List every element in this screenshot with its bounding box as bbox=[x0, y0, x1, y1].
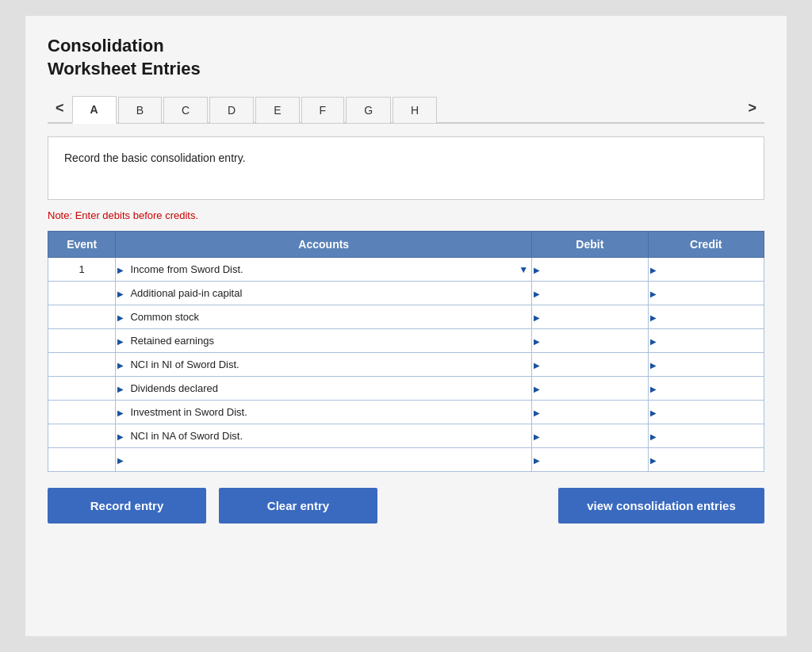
event-cell-1 bbox=[48, 282, 116, 305]
credit-input-4[interactable] bbox=[655, 359, 757, 370]
debit-cell-1[interactable]: ▶ bbox=[532, 282, 648, 305]
event-cell-3 bbox=[48, 329, 116, 353]
accounts-cell-8[interactable]: ▶ bbox=[116, 448, 532, 472]
credit-cell-6[interactable]: ▶ bbox=[648, 401, 764, 424]
tab-prev-button[interactable]: < bbox=[48, 95, 72, 121]
debit-input-0[interactable] bbox=[538, 263, 641, 275]
accounts-cell-7[interactable]: ▶ bbox=[116, 424, 532, 448]
event-cell-6 bbox=[48, 401, 116, 424]
tab-F[interactable]: F bbox=[301, 97, 345, 123]
table-row: ▶▶▶ bbox=[48, 424, 764, 448]
account-input-4[interactable] bbox=[122, 359, 525, 370]
table-row: ▶▶▶ bbox=[48, 448, 764, 472]
account-input-0[interactable] bbox=[122, 263, 525, 275]
credit-cell-7[interactable]: ▶ bbox=[648, 424, 764, 448]
accounts-cell-0[interactable]: ▶▼ bbox=[116, 258, 532, 282]
credit-input-6[interactable] bbox=[655, 406, 757, 418]
credit-cell-5[interactable]: ▶ bbox=[648, 377, 764, 401]
account-input-2[interactable] bbox=[122, 311, 525, 323]
credit-input-2[interactable] bbox=[655, 311, 757, 323]
event-cell-7 bbox=[48, 424, 116, 448]
col-header-accounts: Accounts bbox=[116, 232, 532, 258]
debit-input-2[interactable] bbox=[538, 311, 641, 323]
credit-input-7[interactable] bbox=[655, 430, 757, 442]
col-header-credit: Credit bbox=[648, 232, 764, 258]
table-row: ▶▶▶ bbox=[48, 401, 764, 424]
credit-input-3[interactable] bbox=[655, 335, 757, 347]
note-text: Note: Enter debits before credits. bbox=[48, 209, 764, 221]
tab-B[interactable]: B bbox=[118, 97, 162, 123]
credit-input-8[interactable] bbox=[655, 454, 757, 466]
debit-cell-3[interactable]: ▶ bbox=[532, 329, 648, 353]
credit-cell-8[interactable]: ▶ bbox=[648, 448, 764, 472]
page-title: Consolidation Worksheet Entries bbox=[48, 35, 764, 80]
entry-table: Event Accounts Debit Credit 1▶▼▶▶▶▶▶▶▶▶▶… bbox=[48, 231, 764, 472]
credit-cell-1[interactable]: ▶ bbox=[648, 282, 764, 305]
account-input-5[interactable] bbox=[122, 382, 525, 394]
accounts-cell-5[interactable]: ▶ bbox=[116, 377, 532, 401]
tab-H[interactable]: H bbox=[393, 97, 437, 123]
credit-cell-3[interactable]: ▶ bbox=[648, 329, 764, 353]
table-row: ▶▶▶ bbox=[48, 377, 764, 401]
accounts-cell-3[interactable]: ▶ bbox=[116, 329, 532, 353]
tab-D[interactable]: D bbox=[209, 97, 254, 123]
debit-cell-5[interactable]: ▶ bbox=[532, 377, 648, 401]
credit-input-5[interactable] bbox=[655, 382, 757, 394]
tabs-bar: < A B C D E F G H > bbox=[48, 94, 764, 124]
accounts-cell-6[interactable]: ▶ bbox=[116, 401, 532, 424]
instruction-box: Record the basic consolidation entry. bbox=[48, 136, 764, 200]
debit-input-3[interactable] bbox=[538, 335, 641, 347]
credit-input-1[interactable] bbox=[655, 287, 757, 299]
debit-input-6[interactable] bbox=[538, 406, 641, 418]
debit-input-7[interactable] bbox=[538, 430, 641, 442]
tab-A[interactable]: A bbox=[72, 96, 117, 124]
accounts-cell-2[interactable]: ▶ bbox=[116, 305, 532, 329]
debit-cell-0[interactable]: ▶ bbox=[532, 258, 648, 282]
credit-cell-4[interactable]: ▶ bbox=[648, 353, 764, 377]
credit-cell-2[interactable]: ▶ bbox=[648, 305, 764, 329]
account-input-6[interactable] bbox=[122, 406, 525, 418]
tab-next-button[interactable]: > bbox=[740, 95, 764, 121]
record-entry-button[interactable]: Record entry bbox=[48, 488, 206, 524]
table-row: ▶▶▶ bbox=[48, 353, 764, 377]
event-cell-2 bbox=[48, 305, 116, 329]
buttons-row: Record entry Clear entry view consolidat… bbox=[48, 488, 764, 524]
account-input-7[interactable] bbox=[122, 430, 525, 442]
debit-cell-8[interactable]: ▶ bbox=[532, 448, 648, 472]
debit-input-4[interactable] bbox=[538, 359, 641, 370]
tab-E[interactable]: E bbox=[255, 97, 299, 123]
col-header-event: Event bbox=[48, 232, 116, 258]
table-row: ▶▶▶ bbox=[48, 329, 764, 353]
account-input-1[interactable] bbox=[122, 287, 525, 299]
debit-cell-7[interactable]: ▶ bbox=[532, 424, 648, 448]
event-cell-0: 1 bbox=[48, 258, 116, 282]
credit-cell-0[interactable]: ▶ bbox=[648, 258, 764, 282]
accounts-cell-4[interactable]: ▶ bbox=[116, 353, 532, 377]
event-cell-5 bbox=[48, 377, 116, 401]
table-row: ▶▶▶ bbox=[48, 305, 764, 329]
table-row: ▶▶▶ bbox=[48, 282, 764, 305]
debit-cell-6[interactable]: ▶ bbox=[532, 401, 648, 424]
col-header-debit: Debit bbox=[532, 232, 648, 258]
event-cell-8 bbox=[48, 448, 116, 472]
main-container: Consolidation Worksheet Entries < A B C … bbox=[25, 16, 787, 636]
table-row: 1▶▼▶▶ bbox=[48, 258, 764, 282]
view-consolidation-button[interactable]: view consolidation entries bbox=[558, 488, 764, 524]
debit-cell-2[interactable]: ▶ bbox=[532, 305, 648, 329]
event-cell-4 bbox=[48, 353, 116, 377]
debit-input-1[interactable] bbox=[538, 287, 641, 299]
debit-input-5[interactable] bbox=[538, 382, 641, 394]
account-input-3[interactable] bbox=[122, 335, 525, 347]
tab-C[interactable]: C bbox=[163, 97, 208, 123]
credit-input-0[interactable] bbox=[655, 263, 757, 275]
clear-entry-button[interactable]: Clear entry bbox=[219, 488, 377, 524]
account-input-8[interactable] bbox=[122, 454, 525, 466]
accounts-cell-1[interactable]: ▶ bbox=[116, 282, 532, 305]
instruction-text: Record the basic consolidation entry. bbox=[64, 151, 246, 164]
debit-cell-4[interactable]: ▶ bbox=[532, 353, 648, 377]
tab-G[interactable]: G bbox=[346, 97, 391, 123]
debit-input-8[interactable] bbox=[538, 454, 641, 466]
